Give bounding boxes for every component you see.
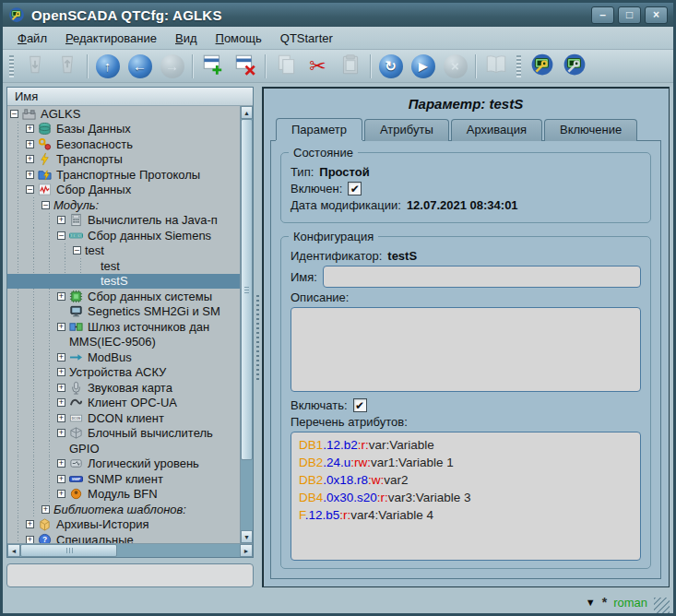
expand-icon[interactable]: + (57, 323, 65, 331)
gateway-icon (69, 319, 85, 334)
back-button[interactable]: ← (124, 52, 156, 80)
tree-item[interactable]: GPIO (7, 441, 240, 456)
messages-indicator-icon[interactable]: ▼ (586, 598, 596, 608)
qtcfg-starter-button[interactable] (526, 52, 558, 80)
tree-vertical-scrollbar[interactable]: ▲ ▼ (240, 106, 253, 543)
reload-button[interactable]: ↻ (374, 52, 407, 80)
expand-icon[interactable]: + (42, 505, 50, 514)
collapse-icon[interactable]: – (10, 110, 18, 118)
tree-item[interactable]: test (7, 258, 240, 274)
resize-grip[interactable] (654, 598, 670, 613)
expand-icon[interactable]: + (57, 475, 65, 483)
toolbar-separator (370, 54, 371, 78)
expand-icon[interactable]: + (57, 368, 65, 376)
tree-address-input[interactable] (6, 563, 254, 587)
expand-icon[interactable]: + (57, 292, 65, 301)
tree-item[interactable]: +ModBus (7, 349, 240, 365)
up-button[interactable]: ↑ (91, 52, 124, 80)
name-field[interactable] (323, 266, 641, 288)
expand-icon[interactable]: + (57, 490, 65, 498)
tree-item[interactable]: +Клиент OPC-UA (7, 396, 240, 411)
expand-icon[interactable]: + (26, 140, 34, 148)
scroll-left-icon[interactable]: ◄ (7, 544, 20, 557)
description-field[interactable] (291, 307, 641, 392)
tree-item[interactable]: –Сбор Данных (7, 183, 240, 198)
expand-icon[interactable]: + (57, 216, 65, 224)
tree-item[interactable]: +Библиотека шаблонов: (7, 502, 240, 517)
menu-item-file[interactable]: Файл (10, 30, 54, 47)
expand-icon[interactable]: + (26, 536, 34, 543)
tab-archiving[interactable]: Архивация (451, 119, 542, 141)
menu-item-help[interactable]: Помощь (208, 30, 269, 47)
tab-parameter[interactable]: Параметр (276, 118, 362, 140)
toolbar-grip[interactable] (9, 55, 14, 77)
collapse-icon[interactable]: – (26, 185, 34, 194)
horizontal-scroll-thumb[interactable] (20, 544, 117, 557)
toolbar-separator (192, 54, 193, 78)
menu-item-qtstarter[interactable]: QTStarter (273, 30, 340, 47)
tree-item[interactable]: –AGLKS (7, 106, 240, 122)
close-button[interactable]: × (645, 6, 668, 24)
tab-enabling[interactable]: Включение (544, 119, 637, 141)
expand-icon[interactable]: + (26, 124, 34, 133)
vertical-scroll-thumb[interactable] (241, 119, 253, 460)
expand-icon[interactable]: + (57, 384, 65, 392)
expand-icon[interactable]: + (26, 520, 34, 528)
collapse-icon[interactable]: – (42, 201, 50, 209)
expand-icon[interactable]: + (57, 353, 65, 361)
type-label: Тип: (291, 165, 314, 179)
expand-icon[interactable]: + (26, 155, 34, 163)
tree-item[interactable]: MMS(IEC-9506) (7, 335, 240, 350)
tree-header[interactable]: Имя (7, 88, 253, 106)
tree-item[interactable]: +Устройства АСКУ (7, 365, 240, 381)
start-button[interactable]: ▶ (407, 52, 439, 80)
tree-item[interactable]: +Архивы-История (7, 517, 240, 533)
tree-item-label: Сбор Данных (56, 183, 131, 196)
delete-item-button[interactable] (229, 52, 261, 80)
tree-item[interactable]: –SIEMENSСбор данных Siemens (7, 228, 240, 243)
tree-item[interactable]: +Базы Данных (7, 122, 240, 137)
cut-item-button[interactable]: ✂ (302, 52, 334, 80)
minimize-button[interactable]: – (591, 6, 614, 24)
expand-icon[interactable]: + (57, 429, 65, 437)
parameter-panel: Параметр: testS ПараметрАтрибутыАрхиваци… (262, 87, 670, 587)
tree-horizontal-scrollbar[interactable]: ◄ ► (7, 543, 253, 557)
tree-item[interactable]: –test (7, 243, 240, 259)
tree-item[interactable]: +Сбор данных системы (7, 289, 240, 304)
expand-icon[interactable]: + (57, 398, 65, 407)
expand-icon[interactable]: + (57, 459, 65, 468)
tree-item[interactable]: –Модуль: (7, 197, 240, 213)
menu-item-view[interactable]: Вид (168, 30, 205, 47)
tab-attributes[interactable]: Атрибуты (364, 119, 449, 141)
tree-item[interactable]: +Транспорты (7, 152, 240, 168)
collapse-icon[interactable]: – (57, 231, 65, 240)
tree-item[interactable]: +?Специальные (7, 532, 240, 543)
tree-item-selected[interactable]: testS (7, 274, 240, 290)
scroll-up-icon[interactable]: ▲ (241, 106, 253, 119)
expand-icon[interactable]: + (26, 171, 34, 179)
tree-item[interactable]: +Безопасность (7, 136, 240, 152)
tree-item[interactable]: +SNMPSNMP клиент (7, 471, 240, 487)
toolbar-grip[interactable] (516, 55, 521, 77)
tree-item[interactable]: Segnetics SMH2Gi и SM (7, 304, 240, 320)
tree-item[interactable]: +DCONDCON клиент (7, 410, 240, 426)
enabled-checkbox[interactable]: ✔ (348, 182, 362, 195)
collapse-icon[interactable]: – (73, 246, 81, 255)
enable-checkbox[interactable]: ✔ (353, 398, 367, 412)
add-item-button[interactable] (196, 52, 229, 80)
tree-item[interactable]: +Вычислитель на Java-п (7, 213, 240, 229)
tree-item[interactable]: +Звуковая карта (7, 380, 240, 396)
scroll-right-icon[interactable]: ► (240, 544, 253, 557)
tree-item[interactable]: +Транспортные Протоколы (7, 167, 240, 183)
tree-item[interactable]: +Шлюз источников дан (7, 319, 240, 335)
tree-item[interactable]: +Блочный вычислитель (7, 426, 240, 442)
tree-item[interactable]: +Модуль BFN (7, 487, 240, 503)
scroll-down-icon[interactable]: ▼ (241, 530, 253, 543)
pane-splitter[interactable] (254, 87, 262, 587)
tree-item[interactable]: +Логический уровень (7, 456, 240, 472)
qtvision-starter-button[interactable] (558, 52, 590, 80)
menu-item-edit[interactable]: Редактирование (58, 30, 164, 47)
attributes-list-field[interactable]: DB1.12.b2:r:var:VariableDB2.24.u:rw:var1… (291, 432, 641, 561)
expand-icon[interactable]: + (57, 414, 65, 422)
maximize-button[interactable]: □ (618, 6, 641, 24)
